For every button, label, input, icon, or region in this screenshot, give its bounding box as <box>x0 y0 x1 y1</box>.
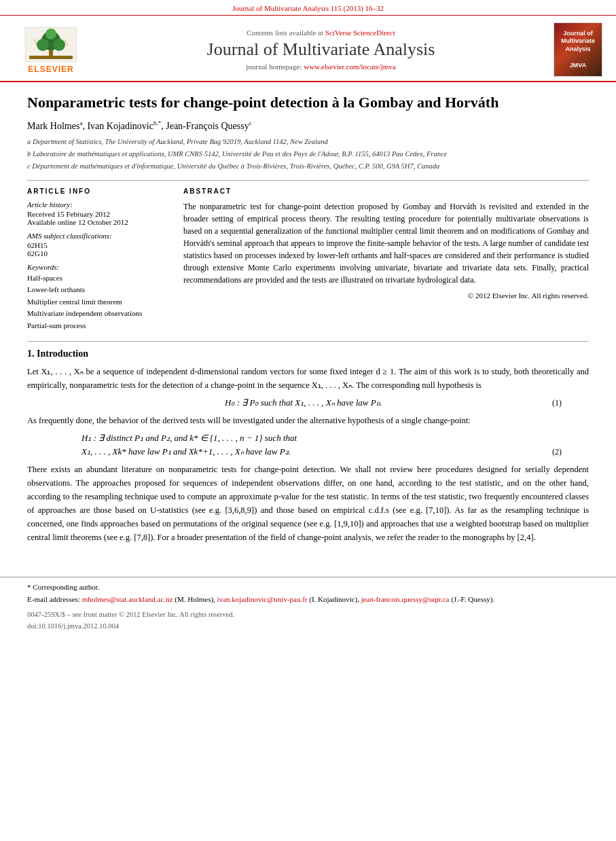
eq2-line1: H₁ : ∃ distinct P₁ and P₂, and k* ∈ {1, … <box>81 433 552 444</box>
email-label: E-mail addresses: <box>27 595 80 603</box>
sciverse-line: Contents lists available at SciVerse Sci… <box>95 29 547 37</box>
homepage-link[interactable]: www.elsevier.com/locate/jmva <box>304 62 396 71</box>
affiliations: a Department of Statistics, The Universi… <box>27 137 589 171</box>
intro-para2: As frequently done, the behavior of the … <box>27 414 589 427</box>
available-text: Available online 12 October 2012 <box>27 218 170 226</box>
jmva-thumbnail: Journal of Multivariate Analysis JMVA <box>554 22 602 77</box>
equation-1: H₀ : ∃ P₀ such that X₁, . . . , Xₙ have … <box>54 397 562 408</box>
eq2-content: H₁ : ∃ distinct P₁ and P₂, and k* ∈ {1, … <box>81 433 552 457</box>
author-a-name: Mark Holmes <box>27 120 79 130</box>
jmva-thumb-text: Journal of Multivariate Analysis JMVA <box>561 30 595 69</box>
email3-person: (J.-F. Quessy). <box>451 595 494 603</box>
affiliation-c: c Département de mathématiques et d'info… <box>27 161 589 172</box>
doi-section: 0047-259X/$ – see front matter © 2012 El… <box>27 609 589 632</box>
jmva-line2: Multivariate <box>561 37 595 46</box>
elsevier-logo: ELSEVIER <box>14 26 88 74</box>
email2-link[interactable]: ivan.kojadinovic@univ-pau.fr <box>217 595 308 603</box>
ams-label: AMS subject classifications: <box>27 232 170 240</box>
authors-line: Mark Holmesa, Ivan Kojadinovicb,*, Jean-… <box>27 120 589 132</box>
svg-point-3 <box>37 39 49 51</box>
jmva-line3: Analysis <box>561 46 595 54</box>
equation-2: H₁ : ∃ distinct P₁ and P₂, and k* ∈ {1, … <box>81 433 562 457</box>
svg-point-4 <box>53 39 65 51</box>
eq2-wrapper: H₁ : ∃ distinct P₁ and P₂, and k* ∈ {1, … <box>81 433 562 457</box>
introduction-section: 1. Introduction Let X₁, . . . , Xₙ be a … <box>27 348 589 544</box>
affiliation-a: a Department of Statistics, The Universi… <box>27 137 589 147</box>
issn-line: 0047-259X/$ – see front matter © 2012 El… <box>27 609 589 621</box>
journal-header: ELSEVIER Contents lists available at Sci… <box>0 16 616 82</box>
article-title: Nonparametric tests for change-point det… <box>27 93 589 113</box>
article-info-heading: ARTICLE INFO <box>27 187 170 195</box>
article-info: ARTICLE INFO Article history: Received 1… <box>27 187 170 332</box>
author-c-name: Jean-François Quessy <box>166 120 249 130</box>
eq1-text: H₀ : ∃ P₀ such that X₁, . . . , Xₙ have … <box>225 397 382 408</box>
history-label: Article history: <box>27 200 170 209</box>
author-b-name: Ivan Kojadinovic <box>87 120 153 130</box>
jmva-abbr: JMVA <box>561 62 595 70</box>
intro-para3: There exists an abundant literature on n… <box>27 463 589 544</box>
sciverse-prefix: Contents lists available at <box>247 29 323 37</box>
received-date: Received 15 February 2012 Available onli… <box>27 210 170 226</box>
keywords-list: Half-spaces Lower-left orthants Multipli… <box>27 272 170 332</box>
journal-title: Journal of Multivariate Analysis <box>95 39 547 60</box>
email-footnote: E-mail addresses: mholmes@stat.auckland.… <box>27 594 589 605</box>
eq2-number: (2) <box>552 447 562 457</box>
svg-point-5 <box>46 29 56 39</box>
svg-rect-6 <box>29 56 73 59</box>
ams1: 62H15 <box>27 241 170 249</box>
kw2: Lower-left orthants <box>27 284 170 296</box>
keywords-label: Keywords: <box>27 263 170 271</box>
affiliation-b: b Laboratoire de mathématiques et applic… <box>27 149 589 160</box>
journal-center: Contents lists available at SciVerse Sci… <box>95 29 547 71</box>
author-a-sup: a <box>79 120 82 126</box>
elsevier-tree-icon <box>24 26 78 63</box>
received-text: Received 15 February 2012 <box>27 210 170 218</box>
intro-heading: 1. Introduction <box>27 348 589 359</box>
abstract-heading: ABSTRACT <box>183 187 589 195</box>
author-c-sup: c <box>249 120 252 126</box>
eq1-number: (1) <box>552 398 562 408</box>
section-divider <box>27 341 589 342</box>
abstract-section: ABSTRACT The nonparametric test for chan… <box>183 187 589 332</box>
footer: * Corresponding author. E-mail addresses… <box>0 577 616 634</box>
kw4: Multivariate independent observations <box>27 308 170 320</box>
ams-values: 62H15 62G10 <box>27 241 170 257</box>
elsevier-brand-text: ELSEVIER <box>28 65 73 74</box>
eq1-content: H₀ : ∃ P₀ such that X₁, . . . , Xₙ have … <box>54 397 552 408</box>
abstract-text: The nonparametric test for change-point … <box>183 200 589 286</box>
kw1: Half-spaces <box>27 272 170 285</box>
email1-person: (M. Holmes), <box>175 595 215 603</box>
jmva-line1: Journal of <box>561 30 595 38</box>
intro-para1: Let X₁, . . . , Xₙ be a sequence of inde… <box>27 365 589 392</box>
email2-person: (I. Kojadinovic), <box>309 595 359 603</box>
copyright-text: © 2012 Elsevier Inc. All rights reserved… <box>183 291 589 300</box>
journal-reference-bar: Journal of Multivariate Analysis 115 (20… <box>0 0 616 16</box>
journal-homepage: journal homepage: www.elsevier.com/locat… <box>95 62 547 71</box>
sciverse-link[interactable]: SciVerse ScienceDirect <box>325 29 395 37</box>
info-abstract-section: ARTICLE INFO Article history: Received 1… <box>27 180 589 332</box>
author-b-sup: b,* <box>153 120 161 126</box>
main-content: Nonparametric tests for change-point det… <box>0 82 616 563</box>
journal-ref-text: Journal of Multivariate Analysis 115 (20… <box>232 4 384 12</box>
page: Journal of Multivariate Analysis 115 (20… <box>0 0 616 841</box>
email3-link[interactable]: jean-francois.quessy@uqtr.ca <box>361 595 450 603</box>
star-footnote: * Corresponding author. <box>27 583 589 591</box>
ams2: 62G10 <box>27 249 170 257</box>
kw5: Partial-sum process <box>27 320 170 332</box>
homepage-prefix: journal homepage: <box>246 62 302 71</box>
doi-line: doi:10.1016/j.jmva.2012.10.004 <box>27 621 589 632</box>
eq2-line2: X₁, . . . , Xk* have law P₁ and Xk*+1, .… <box>81 446 552 457</box>
email1-link[interactable]: mholmes@stat.auckland.ac.nz <box>82 595 173 603</box>
kw3: Multiplier central limit theorem <box>27 296 170 308</box>
